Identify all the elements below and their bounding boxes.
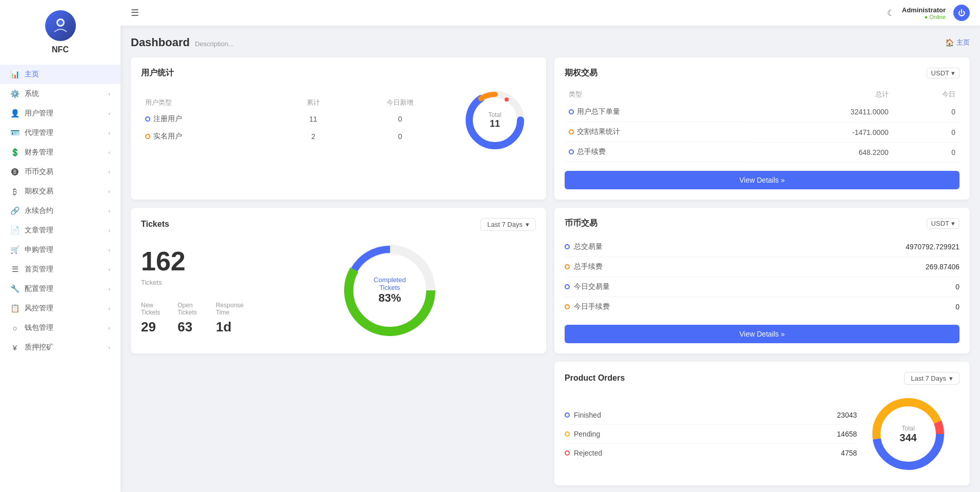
user-type-cell: 实名用户	[141, 128, 280, 145]
nav-item-left-wallet: ○ 钱包管理	[10, 323, 53, 332]
nav-arrow-futures: ‹	[108, 188, 110, 194]
order-row: Finished 23043	[565, 406, 857, 425]
sidebar-item-agent-mgmt[interactable]: 🪪 代理管理 ‹	[0, 123, 121, 143]
topbar-right: ☾ Administrator ● Online ⏻	[887, 5, 970, 21]
sidebar-item-mining[interactable]: ¥ 质押挖矿 ‹	[0, 338, 121, 357]
user-stats-table: 用户类型 累计 今日新增 注册用户 11 0 实名用户 2 0	[141, 95, 454, 145]
order-value: 14658	[837, 430, 857, 438]
orders-donut-chart: Total 344	[857, 393, 959, 475]
nav-arrow-system: ‹	[108, 91, 110, 97]
orders-list: Finished 23043 Pending 14658 Rejected 47…	[565, 406, 857, 462]
user-total-cell: 2	[280, 128, 346, 145]
crypto-header: 币币交易 USDT ▾	[565, 218, 959, 229]
user-info: Administrator ● Online	[902, 6, 946, 20]
product-orders-card: Product Orders Last 7 Days ▾ Finished 23…	[554, 362, 970, 485]
nav-label-config: 配置管理	[25, 284, 53, 293]
crypto-currency-selector[interactable]: USDT ▾	[927, 218, 959, 229]
tickets-header: Tickets Last 7 Days ▾	[141, 218, 536, 231]
futures-col-today: 今日	[893, 87, 959, 102]
tickets-stats: New Tickets 29 Open Tickets 63 Response …	[141, 302, 244, 335]
dashboard-grid: 用户统计 用户类型 累计 今日新增	[131, 57, 970, 485]
sidebar-item-finance[interactable]: 💲 财务管理 ‹	[0, 143, 121, 162]
nav-icon-crypto-trade: 🅑	[10, 167, 19, 176]
page-title: Dashboard	[131, 36, 190, 49]
col-today: 今日新增	[347, 95, 454, 110]
nav-item-left-user-mgmt: 👤 用户管理	[10, 109, 53, 118]
futures-view-details-button[interactable]: View Details »	[565, 171, 959, 189]
futures-currency-selector[interactable]: USDT ▾	[927, 68, 959, 78]
futures-today-cell: 0	[893, 142, 959, 162]
svg-point-5	[505, 97, 509, 102]
sidebar-item-wallet[interactable]: ○ 钱包管理 ‹	[0, 318, 121, 338]
crypto-row: 今日手续费 0	[565, 297, 959, 317]
sidebar-item-crypto-trade[interactable]: 🅑 币币交易 ‹	[0, 162, 121, 182]
sidebar-navigation: 📊 主页 ⚙️ 系统 ‹ 👤 用户管理 ‹ 🪪 代理管理 ‹ 💲 财务管理 ‹ …	[0, 65, 121, 357]
home-icon: 🏠	[945, 38, 954, 47]
orders-header: Product Orders Last 7 Days ▾	[565, 372, 959, 385]
sidebar-item-config[interactable]: 🔧 配置管理 ‹	[0, 279, 121, 299]
tickets-dropdown-label: Last 7 Days	[487, 221, 523, 228]
crypto-trade-card: 币币交易 USDT ▾ 总交易量 4970792.729921 总手续费 269…	[554, 208, 970, 353]
app-container: NFC 📊 主页 ⚙️ 系统 ‹ 👤 用户管理 ‹ 🪪 代理管理 ‹ 💲 财务管…	[0, 0, 980, 492]
futures-row: 总手续费 648.2200 0	[565, 142, 959, 162]
nav-label-wallet: 钱包管理	[25, 323, 53, 332]
nav-label-finance: 财务管理	[25, 148, 53, 157]
crypto-dot	[565, 244, 570, 249]
order-value: 23043	[837, 411, 857, 419]
nav-label-homepage: 首页管理	[25, 265, 53, 274]
ticket-stat-block: New Tickets 29	[141, 302, 162, 335]
tickets-total-number: 162	[141, 246, 244, 277]
order-row: Rejected 4758	[565, 444, 857, 462]
sidebar-item-risk[interactable]: 📋 风控管理 ‹	[0, 299, 121, 318]
futures-title: 期权交易	[565, 68, 597, 78]
nav-label-user-mgmt: 用户管理	[25, 109, 53, 118]
nav-icon-user-mgmt: 👤	[10, 109, 19, 118]
user-dot	[145, 116, 150, 122]
sidebar-logo	[45, 10, 76, 41]
order-label: Pending	[574, 430, 600, 438]
sidebar-item-system[interactable]: ⚙️ 系统 ‹	[0, 84, 121, 104]
crypto-label: 今日手续费	[574, 302, 610, 311]
sidebar-brand: NFC	[52, 45, 69, 54]
page-header: Dashboard Description... 🏠 主页	[131, 36, 970, 49]
col-total: 累计	[280, 95, 346, 110]
tickets-body: 162 Tickets New Tickets 29 Open Tickets …	[141, 239, 536, 342]
tickets-dropdown[interactable]: Last 7 Days ▾	[481, 218, 536, 231]
stat-label: Response Time	[216, 302, 244, 316]
crypto-label: 总交易量	[574, 242, 603, 251]
nav-arrow-risk: ‹	[108, 305, 110, 311]
nav-item-left-home: 📊 主页	[10, 70, 39, 79]
menu-icon[interactable]: ☰	[131, 7, 139, 18]
tickets-dropdown-arrow: ▾	[526, 221, 529, 228]
sidebar-item-homepage[interactable]: ☰ 首页管理 ‹	[0, 260, 121, 279]
orders-dropdown[interactable]: Last 7 Days ▾	[904, 372, 959, 385]
topbar-left: ☰	[131, 7, 139, 18]
nav-label-agent-mgmt: 代理管理	[25, 128, 53, 137]
crypto-view-details-button[interactable]: View Details »	[565, 325, 959, 343]
futures-table: 类型 总计 今日 用户总下单量 32411.0000 0 交割结果统计 -147…	[565, 87, 959, 163]
nav-label-risk: 风控管理	[25, 304, 53, 313]
sidebar-item-purchase[interactable]: 🛒 申购管理 ‹	[0, 240, 121, 260]
sidebar-item-articles[interactable]: 📄 文章管理 ‹	[0, 221, 121, 240]
sidebar-item-perp[interactable]: 🔗 永续合约 ‹	[0, 201, 121, 221]
moon-icon[interactable]: ☾	[887, 8, 894, 18]
power-button[interactable]: ⏻	[953, 5, 970, 21]
sidebar-item-user-mgmt[interactable]: 👤 用户管理 ‹	[0, 104, 121, 123]
sidebar-item-home[interactable]: 📊 主页	[0, 65, 121, 84]
tickets-title: Tickets	[141, 220, 169, 229]
user-today-cell: 0	[347, 110, 454, 128]
sidebar-item-futures[interactable]: ₿ 期权交易 ‹	[0, 182, 121, 201]
futures-row: 用户总下单量 32411.0000 0	[565, 102, 959, 122]
page-description: Description...	[195, 40, 234, 48]
nav-item-left-homepage: ☰ 首页管理	[10, 265, 53, 274]
crypto-label: 今日交易量	[574, 282, 610, 291]
orders-body: Finished 23043 Pending 14658 Rejected 47…	[565, 393, 959, 475]
nav-icon-config: 🔧	[10, 284, 19, 293]
order-dot	[565, 450, 570, 456]
nav-item-left-futures: ₿ 期权交易	[10, 187, 53, 196]
completed-label: Completed Tickets	[364, 276, 415, 291]
nav-icon-system: ⚙️	[10, 89, 19, 99]
tickets-total-label: Tickets	[141, 279, 244, 286]
nav-item-left-crypto-trade: 🅑 币币交易	[10, 167, 53, 176]
main-area: ☰ ☾ Administrator ● Online ⏻ Dashboard D…	[121, 0, 980, 492]
